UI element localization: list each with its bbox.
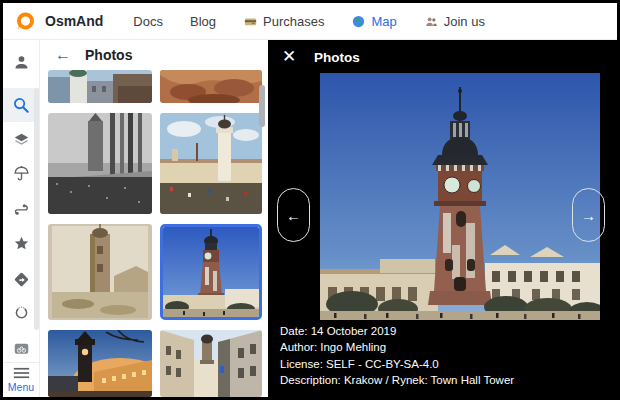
thumbnail-image — [48, 113, 152, 214]
arrow-right-icon: → — [581, 207, 596, 224]
purchases-icon — [243, 14, 258, 29]
thumbnail-image — [48, 70, 152, 103]
thumbnail-image — [163, 227, 259, 317]
photos-panel: ← Photos — [40, 40, 268, 397]
viewer-title: Photos — [314, 50, 360, 65]
sidebar-item-weather[interactable] — [8, 159, 35, 187]
sidebar-item-directions[interactable] — [8, 265, 35, 293]
search-icon — [11, 95, 31, 115]
route-icon — [12, 199, 31, 218]
photo-thumbnail-8[interactable] — [160, 330, 262, 397]
star-icon — [12, 234, 31, 253]
meta-author: Author: Ingo Mehling — [280, 339, 514, 355]
photo-thumbnail-4[interactable] — [160, 113, 262, 214]
photo-thumbnail-7[interactable] — [48, 330, 152, 397]
previous-photo-button[interactable]: ← — [277, 188, 310, 242]
sidebar-item-tracks[interactable] — [8, 194, 35, 222]
photo-metadata: Date: 14 October 2019 Author: Ingo Mehli… — [280, 323, 514, 389]
topbar: OsmAnd Docs Blog Purchases Map — [3, 3, 617, 40]
thumbnail-image — [160, 330, 262, 397]
close-icon[interactable]: ✕ — [282, 48, 296, 65]
main-photo-image — [320, 73, 600, 320]
photos-panel-title: Photos — [85, 47, 132, 63]
sidebar-menu-button[interactable]: Menu — [3, 362, 39, 397]
sidebar-item-travel[interactable] — [8, 334, 35, 362]
meta-license: License: SELF - CC-BY-SA-4.0 — [280, 356, 514, 372]
thumbnail-image — [160, 113, 262, 214]
umbrella-icon — [12, 164, 31, 183]
brand-title[interactable]: OsmAnd — [45, 13, 103, 29]
photo-thumbnail-3[interactable] — [48, 113, 152, 214]
nav-join-us[interactable]: Join us — [424, 14, 485, 29]
photo-viewer: ✕ Photos — [268, 40, 617, 397]
thumbnail-image — [48, 330, 152, 397]
app-window: OsmAnd Docs Blog Purchases Map — [0, 0, 620, 400]
photo-thumbnail-2[interactable] — [160, 70, 262, 103]
main-photo — [320, 73, 600, 320]
thumbnail-image — [48, 224, 152, 320]
photos-scrollbar[interactable] — [259, 85, 265, 127]
globe-icon — [351, 14, 366, 29]
nav-blog[interactable]: Blog — [190, 14, 216, 29]
directions-icon — [12, 270, 31, 289]
sidebar: Menu — [3, 40, 40, 397]
sidebar-item-plan-route[interactable] — [8, 299, 35, 327]
sidebar-item-favorites[interactable] — [8, 229, 35, 257]
join-us-icon — [424, 14, 439, 29]
travel-badge-icon — [12, 339, 31, 358]
meta-date: Date: 14 October 2019 — [280, 323, 514, 339]
hamburger-menu-icon — [13, 367, 30, 379]
back-arrow-icon[interactable]: ← — [55, 47, 71, 63]
menu-label: Menu — [8, 381, 34, 393]
plan-route-icon — [12, 304, 31, 323]
thumbnail-image — [160, 70, 262, 103]
sidebar-item-account[interactable] — [8, 48, 35, 76]
photo-thumbnail-6-selected[interactable] — [160, 224, 262, 320]
nav-map[interactable]: Map — [351, 14, 396, 29]
photo-grid — [48, 70, 262, 397]
sidebar-item-layers[interactable] — [8, 126, 35, 154]
sidebar-scrollbar[interactable] — [34, 88, 39, 330]
photo-thumbnail-5[interactable] — [48, 224, 152, 320]
next-photo-button[interactable]: → — [572, 188, 605, 242]
photos-panel-header: ← Photos — [40, 40, 268, 70]
meta-description: Description: Krakow / Rynek: Town Hall T… — [280, 372, 514, 388]
nav-docs[interactable]: Docs — [133, 14, 163, 29]
osmand-logo-icon[interactable] — [15, 11, 36, 32]
arrow-left-icon: ← — [286, 207, 301, 224]
account-icon — [12, 53, 31, 72]
nav-purchases[interactable]: Purchases — [243, 14, 324, 29]
photo-thumbnail-1[interactable] — [48, 70, 152, 103]
layers-icon — [12, 131, 31, 150]
